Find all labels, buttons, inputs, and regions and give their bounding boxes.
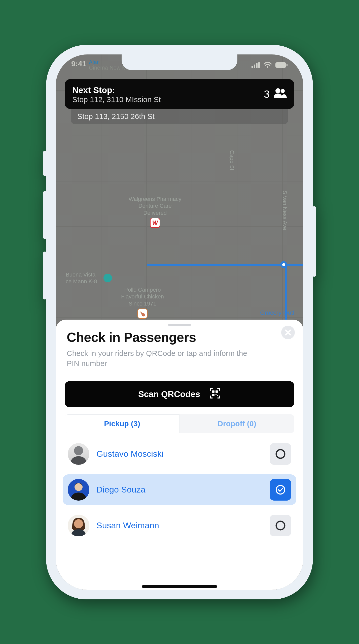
volume-down-button (43, 252, 47, 299)
checkin-sheet: Check in Passengers Check in your riders… (56, 320, 303, 590)
svg-point-7 (275, 88, 280, 93)
map-poi: Pollo Campero Flavorful Chicken Since 19… (121, 286, 164, 319)
svg-point-20 (74, 519, 83, 528)
svg-rect-1 (254, 65, 255, 68)
map-street-label: Capp St (229, 150, 236, 170)
passenger-row[interactable]: Gustavo Mosciski (63, 439, 296, 469)
next-stop-banner[interactable]: Next Stop: Stop 112, 3110 MIssion St 3 (65, 79, 294, 109)
volume-up-button (43, 191, 47, 239)
check-circle-icon (275, 484, 286, 495)
checkin-toggle[interactable] (270, 443, 291, 465)
passenger-name: Susan Weimann (96, 520, 263, 530)
people-icon (273, 88, 287, 101)
sheet-title: Check in Passengers (67, 330, 292, 345)
passenger-name: Gustavo Mosciski (96, 449, 263, 459)
route-waypoint-icon (280, 261, 287, 268)
sheet-subtitle: Check in your riders by QRCode or tap an… (67, 348, 258, 369)
cellular-signal-icon (252, 62, 260, 68)
svg-rect-14 (216, 394, 217, 395)
scan-qrcodes-button[interactable]: Scan QRCodes (65, 381, 294, 407)
circle-outline-icon (275, 520, 286, 531)
avatar (68, 515, 89, 536)
phone-frame: 9:41 Alar Cinema New Mission (46, 45, 313, 599)
next-stop-address: Stop 112, 3110 MIssion St (72, 95, 161, 104)
svg-rect-11 (212, 390, 214, 393)
svg-rect-13 (212, 394, 214, 396)
svg-point-16 (74, 446, 83, 455)
tab-dropoff[interactable]: Dropoff (0) (179, 414, 294, 433)
passenger-row[interactable]: Diego Souza (63, 474, 296, 505)
sheet-grabber[interactable] (168, 324, 191, 326)
map-pin-icon (103, 274, 112, 282)
passenger-row[interactable]: Susan Weimann (63, 510, 296, 541)
upcoming-stop[interactable]: Stop 113, 2150 26th St (71, 109, 288, 124)
map-street-label: S Van Ness Ave (281, 191, 289, 230)
checkin-toggle[interactable] (270, 515, 291, 536)
svg-rect-3 (258, 62, 260, 68)
power-button (312, 206, 316, 277)
svg-rect-2 (256, 63, 258, 68)
scan-button-label: Scan QRCodes (138, 389, 200, 399)
svg-rect-6 (286, 64, 288, 66)
svg-point-17 (276, 450, 285, 458)
svg-rect-15 (217, 395, 218, 396)
svg-point-21 (276, 521, 285, 530)
avatar (68, 479, 89, 501)
svg-point-4 (267, 66, 268, 68)
clock: 9:41 (71, 59, 86, 68)
passenger-list: Gustavo Mosciski Diego Souza (63, 439, 296, 541)
route-line (147, 264, 303, 266)
map-poi: Grocery Outl (260, 309, 294, 317)
svg-rect-12 (216, 390, 218, 393)
svg-point-8 (281, 89, 285, 93)
map-poi: Walgreens Pharmacy Denture Care Delivere… (129, 196, 181, 228)
tab-pickup[interactable]: Pickup (3) (65, 414, 179, 433)
circle-outline-icon (275, 448, 286, 459)
home-indicator[interactable] (142, 585, 217, 588)
svg-rect-0 (252, 66, 253, 68)
side-button (43, 151, 47, 176)
screen: 9:41 Alar Cinema New Mission (56, 54, 303, 590)
map-poi: Buena Vista ce Mann K-8 (66, 271, 97, 285)
qrcode-icon (209, 387, 221, 401)
map-pin-icon: 🍗 (137, 309, 148, 319)
checkin-tabs: Pickup (3) Dropoff (0) (65, 414, 294, 433)
close-icon (285, 329, 291, 336)
checkin-toggle[interactable] (270, 479, 291, 501)
map-pin-icon: W (150, 218, 160, 228)
notch (122, 54, 237, 70)
passenger-count: 3 (264, 88, 270, 100)
passenger-name: Diego Souza (96, 485, 263, 495)
svg-rect-5 (275, 62, 286, 68)
wifi-icon (264, 62, 272, 68)
svg-point-19 (276, 485, 285, 494)
avatar (68, 443, 89, 465)
next-stop-label: Next Stop: (72, 85, 161, 96)
close-button[interactable] (281, 326, 295, 339)
battery-icon (275, 62, 288, 68)
